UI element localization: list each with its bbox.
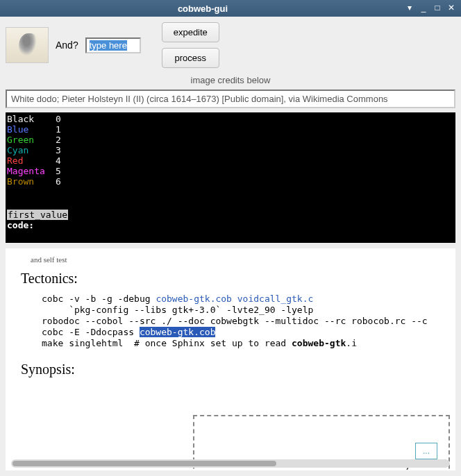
entry-input[interactable]: type here xyxy=(85,37,141,53)
tectonics-code: cobc -v -b -g -debug cobweb-gtk.cob void… xyxy=(42,294,440,349)
link-cobweb-gtk-cob[interactable]: cobweb-gtk.cob xyxy=(156,294,232,304)
heading-synopsis: Synopsis: xyxy=(21,362,440,377)
close-icon[interactable]: ✕ xyxy=(446,3,457,14)
doc-area[interactable]: and self test Tectonics: cobc -v -b -g -… xyxy=(6,248,455,470)
window-title: cobweb-gui xyxy=(4,3,401,14)
dodo-image xyxy=(6,27,49,63)
process-button[interactable]: process xyxy=(162,48,219,68)
titlebar: cobweb-gui ▾ _ □ ✕ xyxy=(0,0,461,17)
doc-selftest: and self test xyxy=(31,255,440,264)
top-row: And? type here expedite process xyxy=(0,17,461,74)
scrollbar-thumb[interactable] xyxy=(12,461,276,466)
heading-tectonics: Tectonics: xyxy=(21,271,440,287)
menu-icon[interactable]: ▾ xyxy=(404,3,415,14)
highlight-cobweb-gtk: cobweb-gtk.cob xyxy=(140,327,216,337)
minimize-icon[interactable]: _ xyxy=(418,3,429,14)
terminal-prompt[interactable]: first_value code: xyxy=(7,210,68,230)
maximize-icon[interactable]: □ xyxy=(432,3,443,14)
window-body: And? type here expedite process image cr… xyxy=(0,17,461,476)
diagram-dots-box: ... xyxy=(415,443,437,459)
terminal[interactable]: Black0 Blue1 Green2 Cyan3 Red4 Magenta5 … xyxy=(6,112,455,243)
credits-label: image credits below xyxy=(0,74,461,90)
link-voidcall-gtk-c[interactable]: voidcall_gtk.c xyxy=(237,294,314,304)
credits-field[interactable]: White dodo; Pieter Holsteyn II (II) (cir… xyxy=(6,90,455,108)
horizontal-scrollbar[interactable] xyxy=(11,459,450,468)
and-label: And? xyxy=(56,40,78,51)
expedite-button[interactable]: expedite xyxy=(162,22,219,42)
